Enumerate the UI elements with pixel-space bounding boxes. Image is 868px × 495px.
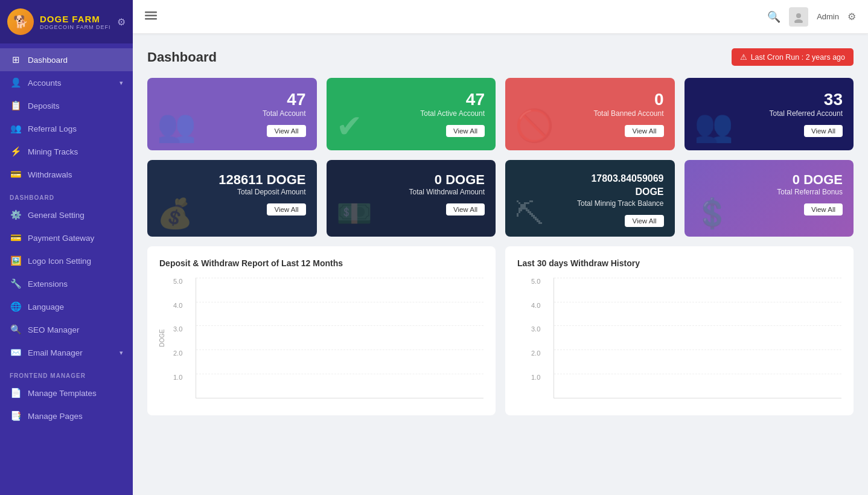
sidebar-item-deposits[interactable]: 📋 Deposits	[0, 94, 133, 117]
sidebar-item-label: Deposits	[28, 101, 123, 110]
stat-card-banned-account: 0 Total Banned Account View All 🚫	[505, 78, 675, 150]
cron-badge: ⚠ Last Cron Run : 2 years ago	[732, 48, 854, 66]
mining-icon: ⚡	[10, 146, 22, 157]
stat-icon: ✔	[336, 108, 363, 144]
withdrawals-icon: 💳	[10, 169, 22, 180]
stat-card-referred-account: 33 Total Referred Account View All 👥	[685, 78, 854, 150]
view-all-button[interactable]: View All	[625, 125, 663, 137]
view-all-button[interactable]: View All	[267, 203, 305, 216]
general-setting-icon: ⚙️	[10, 209, 22, 220]
sidebar-item-label: Manage Templates	[28, 389, 123, 398]
sidebar-nav: ⊞ Dashboard 👤 Accounts ▾ 📋 Deposits 👥 Re…	[0, 43, 133, 495]
email-manager-icon: ✉️	[10, 347, 22, 358]
topbar-username: Admin	[817, 12, 839, 21]
stat-icon: 👥	[694, 107, 733, 144]
view-all-button[interactable]: View All	[804, 125, 843, 137]
sidebar-item-logo-icon-setting[interactable]: 🖼️ Logo Icon Setting	[0, 249, 133, 272]
cron-text: Last Cron Run : 2 years ago	[751, 53, 845, 62]
sidebar-item-mining-tracks[interactable]: ⚡ Mining Tracks	[0, 140, 133, 163]
stats-grid-2: 128611 DOGE Total Deposit Amount View Al…	[147, 160, 854, 237]
svg-point-3	[796, 13, 801, 18]
page-title: Dashboard	[147, 50, 217, 65]
svg-rect-1	[145, 15, 157, 17]
stat-value: 47	[337, 90, 485, 109]
stat-value: 47	[158, 90, 306, 109]
topbar-settings-icon[interactable]: ⚙	[847, 11, 856, 22]
content-area: Dashboard ⚠ Last Cron Run : 2 years ago …	[133, 34, 868, 495]
referral-logs-icon: 👥	[10, 123, 22, 134]
sidebar-item-label: SEO Manager	[28, 325, 123, 334]
seo-manager-icon: 🔍	[10, 324, 22, 335]
stat-card-withdrawal: 0 DOGE Total Withdrwal Amount View All 💵	[327, 160, 496, 237]
stat-card-deposit: 128611 DOGE Total Deposit Amount View Al…	[147, 160, 317, 237]
sidebar-item-payment-gateway[interactable]: 💳 Payment Gateway	[0, 226, 133, 249]
sidebar-item-label: Manage Pages	[28, 412, 123, 421]
sidebar-item-accounts[interactable]: 👤 Accounts ▾	[0, 71, 133, 94]
sidebar-item-label: Payment Gateway	[28, 234, 123, 243]
stat-value: 0 DOGE	[695, 172, 843, 188]
sidebar-item-language[interactable]: 🌐 Language	[0, 295, 133, 318]
deposit-withdraw-chart: Deposit & Withdraw Report of Last 12 Mon…	[147, 246, 496, 415]
dashboard-header: Dashboard ⚠ Last Cron Run : 2 years ago	[147, 48, 854, 66]
sidebar-item-seo-manager[interactable]: 🔍 SEO Manager	[0, 318, 133, 341]
payment-gateway-icon: 💳	[10, 232, 22, 243]
sidebar-item-referral-logs[interactable]: 👥 Referral Logs	[0, 117, 133, 140]
chart-title: Last 30 days Withdraw History	[517, 258, 841, 268]
svg-rect-2	[145, 18, 157, 20]
withdraw-history-chart: Last 30 days Withdraw History 5.0 4.0 3.…	[505, 246, 854, 415]
stat-icon: 💰	[157, 197, 193, 231]
brand-name: DOGE FARM	[40, 14, 111, 24]
stat-card-referral-bonus: 0 DOGE Total Referral Bonus View All 💲	[685, 160, 854, 237]
stat-label: Total Referral Bonus	[695, 188, 843, 196]
sidebar-item-label: Extensions	[28, 279, 123, 289]
topbar-avatar	[789, 7, 808, 27]
sidebar-item-withdrawals[interactable]: 💳 Withdrawals	[0, 163, 133, 186]
extensions-icon: 🔧	[10, 278, 22, 289]
sidebar-item-label: Language	[28, 302, 123, 311]
chart-wrapper: DOGE 5.0 4.0 3.0 2.0 1.0	[190, 278, 483, 398]
chart-y-labels: 5.0 4.0 3.0 2.0 1.0	[531, 278, 540, 398]
sidebar-item-manage-pages[interactable]: 📑 Manage Pages	[0, 404, 133, 427]
arrow-icon: ▾	[120, 79, 123, 87]
sidebar-item-dashboard[interactable]: ⊞ Dashboard	[0, 48, 133, 71]
accounts-icon: 👤	[10, 77, 22, 88]
sidebar-logo: 🐕	[7, 8, 34, 35]
chart-title: Deposit & Withdraw Report of Last 12 Mon…	[159, 258, 483, 268]
chart-y-labels: 5.0 4.0 3.0 2.0 1.0	[173, 278, 182, 398]
brand-sub: DOGECOIN FARM DEFI	[40, 24, 111, 30]
stat-icon: 💲	[694, 197, 730, 231]
charts-grid: Deposit & Withdraw Report of Last 12 Mon…	[147, 246, 854, 415]
sidebar-item-label: Logo Icon Setting	[28, 257, 123, 266]
view-all-button[interactable]: View All	[625, 215, 663, 227]
stat-card-total-account: 47 Total Account View All 👥	[147, 78, 317, 150]
sidebar-item-label: Email Manager	[28, 348, 113, 357]
sidebar-settings-icon[interactable]: ⚙	[117, 16, 126, 28]
frontend-section-title: FRONTEND MANAGER	[0, 364, 133, 382]
view-all-button[interactable]: View All	[446, 203, 485, 216]
manage-templates-icon: 📄	[10, 388, 22, 398]
view-all-button[interactable]: View All	[804, 203, 843, 216]
topbar: 🔍 Admin ⚙	[133, 0, 868, 34]
cron-alert-icon: ⚠	[740, 53, 747, 62]
stat-value: 128611 DOGE	[158, 172, 306, 188]
sidebar-item-extensions[interactable]: 🔧 Extensions	[0, 272, 133, 295]
logo-icon-setting-icon: 🖼️	[10, 255, 22, 266]
stat-value: 33	[695, 90, 843, 109]
topbar-search-icon[interactable]: 🔍	[767, 10, 780, 24]
stat-icon: ⛏	[515, 197, 544, 231]
stat-icon: 💵	[336, 197, 372, 231]
main-area: 🔍 Admin ⚙ Dashboard ⚠ Last Cron Run : 2 …	[133, 0, 868, 495]
sidebar-brand: DOGE FARM DOGECOIN FARM DEFI	[40, 14, 111, 30]
view-all-button[interactable]: View All	[267, 125, 305, 137]
stat-value: 17803.84059069DOGE	[516, 172, 664, 199]
dashboard-icon: ⊞	[10, 54, 22, 65]
stat-card-active-account: 47 Total Active Account View All ✔	[327, 78, 496, 150]
sidebar-item-label: Dashboard	[28, 56, 123, 65]
view-all-button[interactable]: View All	[446, 125, 485, 137]
stats-grid-1: 47 Total Account View All 👥 47 Total Act…	[147, 78, 854, 150]
topbar-toggle-icon[interactable]	[145, 10, 157, 23]
sidebar-item-general-setting[interactable]: ⚙️ General Setting	[0, 203, 133, 226]
sidebar-item-manage-templates[interactable]: 📄 Manage Templates	[0, 382, 133, 404]
stat-icon: 🚫	[515, 107, 554, 144]
sidebar-item-email-manager[interactable]: ✉️ Email Manager ▾	[0, 341, 133, 364]
